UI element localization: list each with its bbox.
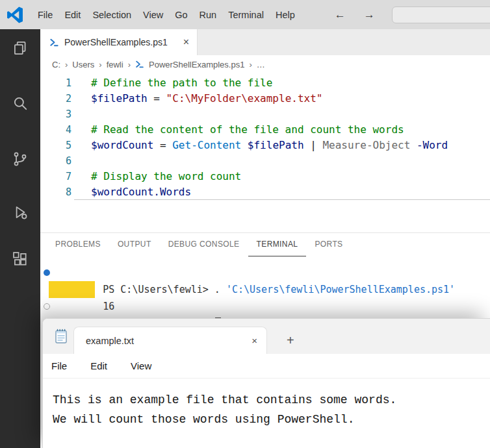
menu-view[interactable]: View [137,10,169,20]
code-content [74,106,490,122]
notepad-tab-label: example.txt [86,336,134,346]
code-content [74,153,490,169]
menu-go[interactable]: Go [169,10,193,20]
menu-file[interactable]: File [32,10,58,20]
notepad-menu-bar: FileEditView [43,354,490,379]
code-line-2[interactable]: 2$filePath = "C:\MyFolder\example.txt" [40,91,490,106]
code-line-6[interactable]: 6 [40,153,490,169]
breadcrumb-more[interactable]: … [257,60,265,69]
terminal-output-line: 16 [40,281,490,298]
notepad-tab-close-icon[interactable]: × [251,336,257,345]
notepad-text-line-2: We will count those words using PowerShe… [53,410,490,429]
notepad-tab-example-txt[interactable]: example.txt × [73,327,267,354]
breadcrumb-item-fewli[interactable]: fewli [107,60,123,69]
panel-tab-problems[interactable]: PROBLEMS [47,233,109,256]
terminal-command-line: PS C:\Users\fewli> . 'C:\Users\fewli\Pow… [40,264,490,281]
explorer-icon[interactable] [0,32,40,64]
code-line-8[interactable]: 8$wordCount.Words [40,184,490,200]
code-line-1[interactable]: 1# Define the path to the file [40,75,490,91]
chevron-right-icon: › [99,60,101,69]
line-number: 1 [40,75,74,91]
panel-tab-ports[interactable]: PORTS [306,233,351,256]
extensions-icon[interactable] [0,243,40,275]
code-line-4[interactable]: 4# Read the content of the file and coun… [40,122,490,138]
panel-tab-terminal[interactable]: TERMINAL [248,233,307,256]
menu-terminal[interactable]: Terminal [222,10,270,20]
search-icon[interactable] [0,88,40,119]
menu-edit[interactable]: Edit [58,10,86,20]
panel-tab-debug-console[interactable]: DEBUG CONSOLE [160,233,248,256]
menu-bar: FileEditSelectionViewGoRunTerminalHelp [32,10,301,20]
code-line-3[interactable]: 3 [40,106,490,122]
close-icon[interactable]: × [183,37,189,47]
menu-help[interactable]: Help [270,10,301,20]
breadcrumb-item-c[interactable]: C: [52,60,60,69]
line-number: 2 [40,91,74,106]
code-content: $filePath = "C:\MyFolder\example.txt" [74,91,490,106]
prompt-decoration-icon [44,303,50,310]
line-number: 8 [40,184,74,200]
output-highlight [49,281,95,298]
forward-arrow-icon[interactable]: → [364,8,375,21]
panel-tab-output[interactable]: OUTPUT [109,233,160,256]
history-navigation: ← → [335,8,375,21]
search-command-center[interactable] [392,6,490,23]
screen: FileEditSelectionViewGoRunTerminalHelp ←… [0,0,490,448]
terminal-prompt-line[interactable]: PS C:\Users\fewli> [40,298,490,315]
notepad-tab-bar: example.txt × + [43,319,490,354]
back-arrow-icon[interactable]: ← [335,8,346,21]
notepad-window: example.txt × + FileEditView This is an … [42,318,490,448]
run-and-debug-icon[interactable] [0,197,40,228]
notepad-menu-view[interactable]: View [131,360,151,371]
tab-label: PowerShellExamples.ps1 [64,37,168,47]
menu-selection[interactable]: Selection [86,10,137,20]
menu-run[interactable]: Run [194,10,223,20]
chevron-right-icon: › [128,60,131,69]
code-content: # Read the content of the file and count… [74,122,490,138]
code-content: # Define the path to the file [74,75,490,91]
powershell-file-icon [49,38,59,47]
tab-powershellexamples-ps1[interactable]: PowerShellExamples.ps1 × [40,29,198,55]
notepad-menu-file[interactable]: File [51,360,67,371]
editor-tab-bar: PowerShellExamples.ps1 × [40,29,490,55]
notepad-text-line-1: This is an example file that contains so… [53,390,490,410]
chevron-right-icon: › [249,60,251,69]
code-line-5[interactable]: 5$wordCount = Get-Content $filePath | Me… [40,138,490,153]
notepad-app-icon [54,329,68,344]
breadcrumb-item-users[interactable]: Users [72,60,94,69]
notepad-menu-edit[interactable]: Edit [90,360,107,371]
line-number: 6 [40,153,74,169]
line-number: 3 [40,106,74,122]
line-number: 7 [40,169,74,184]
vscode-titlebar: FileEditSelectionViewGoRunTerminalHelp ←… [0,0,490,29]
code-editor[interactable]: 1# Define the path to the file2$filePath… [40,73,490,232]
breadcrumb-item-file[interactable]: PowerShellExamples.ps1 [149,60,244,69]
breadcrumb: C:›Users›fewli›PowerShellExamples.ps1›… [40,55,490,73]
activity-bar [0,29,40,448]
code-content: $wordCount = Get-Content $filePath | Mea… [74,138,490,153]
source-control-icon[interactable] [0,143,40,175]
line-number: 5 [40,138,74,153]
panel-tab-bar: PROBLEMSOUTPUTDEBUG CONSOLETERMINALPORTS [40,233,490,256]
command-success-decoration-icon[interactable] [44,269,50,276]
line-number: 4 [40,122,74,138]
notepad-text-area[interactable]: This is an example file that contains so… [43,379,490,429]
vscode-logo-icon [6,6,24,23]
notepad-new-tab-button[interactable]: + [287,334,294,347]
terminal[interactable]: PS C:\Users\fewli> . 'C:\Users\fewli\Pow… [40,264,490,315]
code-content: $wordCount.Words [74,184,490,200]
chevron-right-icon: › [65,60,68,69]
powershell-file-icon [135,60,144,69]
code-line-7[interactable]: 7# Display the word count [40,169,490,184]
code-content: # Display the word count [74,169,490,184]
